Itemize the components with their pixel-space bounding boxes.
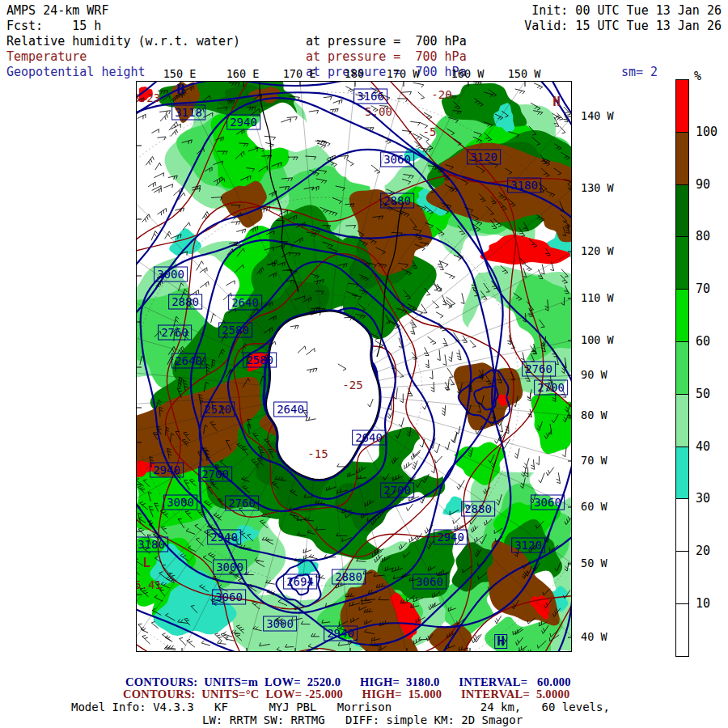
model-physics: LW: RRTM SW: RRTMG DIFF: simple KM: 2D S… (202, 713, 523, 726)
temperature-contour-label: -5 (423, 126, 437, 138)
right-axis-tick-label: 140 W (581, 109, 614, 122)
height-contour-label: 2700 (198, 467, 232, 482)
right-axis-tick-label: 130 W (581, 181, 614, 194)
init-time: Init: 00 UTC Tue 13 Jan 26 (531, 4, 722, 18)
colorbar-tick-label: 50 (696, 387, 710, 401)
temperature-contour-label: 5.41 (136, 579, 162, 591)
amps-wrf-forecast-page: AMPS 24-km WRF Init: 00 UTC Tue 13 Jan 2… (0, 0, 728, 728)
colorbar-tick-label: 100 (696, 125, 717, 139)
height-contour-label: 2940 (207, 530, 241, 545)
colorbar-unit: % (694, 70, 701, 83)
height-contour-label: 3180 (507, 178, 541, 193)
smoothing-label: sm= 2 (621, 66, 658, 79)
colorbar-band (675, 341, 689, 395)
contour-info-temp: CONTOURS: UNITS=°C LOW= -25.000 HIGH= 15… (123, 688, 570, 701)
height-contour-label: 2640 (352, 430, 386, 446)
height-contour-label: 3060 (413, 574, 447, 590)
height-contour-label: 3000 (263, 616, 297, 632)
temperature-contour-label: -25 (342, 379, 362, 392)
right-axis-tick-label: 80 W (581, 408, 607, 421)
pressure-center-marker: H (176, 83, 184, 96)
height-contour-label: 2580 (243, 353, 277, 368)
height-contour-label: 3000 (213, 560, 247, 575)
colorbar-band (675, 603, 689, 657)
pressure-center-marker: H (552, 95, 561, 108)
pressure-center-marker: H (494, 634, 507, 649)
right-axis-tick-label: 110 W (581, 291, 614, 304)
height-contour-label: 2640 (273, 402, 307, 417)
colorbar-tick-label: 30 (696, 491, 710, 506)
height-contour-label: 3166 (353, 89, 387, 104)
right-axis-tick-label: 100 W (581, 333, 614, 346)
height-contour-label: 2880 (168, 294, 202, 310)
colorbar-band (675, 394, 689, 447)
colorbar-band (675, 289, 689, 342)
height-contour-label: 3060 (531, 495, 565, 510)
colorbar-band (675, 236, 689, 290)
height-contour-label: 2580 (218, 323, 252, 338)
model-info: Model Info: V4.3.3 KF MYJ PBL Morrison 2… (71, 700, 610, 713)
height-contour-label: 3120 (511, 538, 545, 553)
colorbar-tick-label: 10 (696, 596, 710, 611)
height-contour-label: 2520 (201, 402, 235, 417)
top-axis-tick-label: 180 (345, 67, 364, 80)
height-contour-label: 2700 (534, 380, 568, 396)
height-contour-label: 2940 (434, 530, 468, 545)
colorbar-tick-label: 80 (696, 229, 710, 243)
field-label: Temperature (6, 50, 87, 64)
field-pressure-label: at pressure = 700 hPa (306, 50, 467, 64)
colorbar-tick-label: 90 (696, 177, 710, 192)
field-pressure-label: at pressure = 700 hPa (306, 35, 467, 49)
height-contour-label: 2700 (380, 483, 414, 498)
colorbar-band (675, 79, 689, 133)
height-contour-label: 2760 (158, 325, 192, 341)
height-contour-label: 3000 (163, 495, 197, 510)
height-contour-label: 3060 (212, 590, 246, 605)
colorbar-band (675, 184, 689, 238)
top-axis-tick-label: 170 W (387, 67, 420, 80)
temperature-contour-label: -20 (431, 89, 451, 101)
colorbar-band (675, 132, 689, 185)
top-axis-tick-label: 150 W (508, 67, 541, 80)
right-axis-tick-label: 120 W (581, 244, 614, 257)
height-contour-label: 2940 (226, 115, 260, 130)
colorbar-tick-label: 60 (696, 334, 710, 349)
top-axis-tick-label: 150 E (163, 67, 197, 80)
colorbar-tick-label: 70 (696, 281, 710, 296)
height-contour-label: 2640 (228, 295, 262, 311)
height-contour-label: 3120 (467, 150, 501, 165)
top-axis-tick-label: 170 E (283, 67, 316, 80)
height-contour-label: 3000 (154, 267, 188, 282)
valid-time: Valid: 15 UTC Tue 13 Jan 26 (524, 19, 722, 33)
top-axis-tick-label: 160 W (451, 67, 485, 80)
height-contour-label: 2880 (461, 502, 495, 517)
model-title: AMPS 24-km WRF (6, 4, 108, 18)
temperature-contour-label: 18.23 (136, 92, 160, 104)
pressure-center-marker: L (142, 557, 150, 569)
colorbar-tick-label: 20 (696, 544, 710, 558)
colorbar-band (675, 551, 689, 604)
colorbar-tick-label: 40 (696, 439, 710, 454)
height-contour-label: 2940 (324, 626, 358, 641)
height-contour-label: 2880 (380, 193, 414, 209)
right-axis-tick-label: 60 W (581, 500, 607, 513)
temperature-contour-label: -15 (307, 448, 328, 460)
height-contour-label: 2880 (332, 569, 366, 585)
top-axis-tick-label: 160 E (226, 67, 260, 80)
map-panel: 3166311830603120318028802940300028802640… (136, 81, 572, 652)
height-contour-label: 3118 (171, 105, 205, 121)
height-contour-label: 3060 (380, 152, 414, 167)
height-contour-label: 2940 (150, 463, 184, 478)
field-label: Geopotential height (6, 66, 146, 79)
height-contour-label: 2760 (522, 362, 556, 377)
right-axis-tick-label: 70 W (581, 454, 607, 467)
right-axis-tick-label: 40 W (581, 630, 607, 643)
right-axis-tick-label: 90 W (581, 368, 607, 381)
right-axis-tick-label: 50 W (581, 557, 607, 569)
height-contour-label: 3180 (136, 537, 168, 552)
forecast-hour: Fcst: 15 h (6, 19, 101, 33)
height-contour-label: 2760 (225, 496, 259, 511)
field-label: Relative humidity (w.r.t. water) (6, 35, 240, 49)
temperature-contour-label: 5.00 (365, 106, 392, 118)
height-contour-label: 2640 (171, 353, 205, 369)
